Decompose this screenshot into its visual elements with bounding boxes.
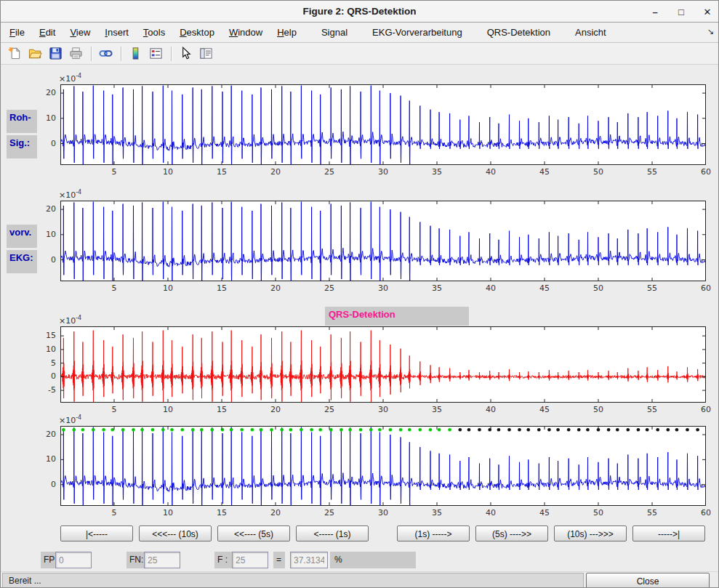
menu-insert[interactable]: Insert	[97, 24, 136, 41]
menu-overflow-icon[interactable]: ↘	[707, 27, 714, 36]
y-exponent-label: ×10-4	[59, 414, 81, 425]
missed-beat-marker	[527, 428, 531, 432]
x-tick-label: 15	[209, 167, 234, 177]
fp-field[interactable]	[55, 552, 92, 568]
detected-beat-marker	[359, 428, 363, 432]
y-tick-label: 10	[33, 113, 56, 123]
x-tick-label: 35	[425, 283, 449, 293]
detected-beat-marker	[132, 428, 135, 432]
detected-beat-marker	[73, 428, 76, 432]
detected-beat-marker	[289, 428, 293, 432]
menu-tools[interactable]: Tools	[136, 24, 172, 41]
x-tick-label: 25	[317, 283, 342, 293]
plot-browser-icon[interactable]	[196, 45, 215, 63]
x-tick-label: 30	[371, 283, 395, 293]
detected-beat-marker	[399, 428, 403, 432]
missed-beat-marker	[616, 428, 619, 432]
x-tick-label: 10	[156, 283, 180, 293]
detected-beat-marker	[260, 428, 263, 432]
menu-qrs-detektion[interactable]: QRS-Detektion	[480, 24, 558, 41]
missed-beat-marker	[556, 428, 560, 432]
nav-back-10s-button[interactable]: <<<--- (10s)	[139, 525, 212, 541]
y-tick-label: 0	[33, 139, 56, 148]
x-tick-label: 35	[425, 405, 449, 414]
menu-view[interactable]: View	[63, 24, 97, 41]
plot-canvas-vorverarbeitetes-ekg	[60, 201, 706, 281]
y-tick-label: 20	[33, 430, 56, 439]
detected-beat-marker	[200, 428, 204, 432]
plot-canvas-qrs-detektion	[60, 326, 706, 403]
menu-ekg-vorverarbeitung[interactable]: EKG-Vorverarbeitung	[365, 24, 470, 41]
detected-beat-marker	[389, 428, 393, 432]
missed-beat-marker	[467, 428, 471, 432]
menu-help[interactable]: Help	[270, 24, 304, 41]
detected-beat-marker	[318, 428, 322, 432]
detected-beat-marker	[408, 428, 411, 432]
x-tick-label: 60	[694, 405, 718, 414]
detected-beat-marker	[81, 428, 85, 432]
nav-start-button[interactable]: |<-----	[60, 525, 133, 541]
close-window-button[interactable]: ✕	[702, 7, 712, 17]
x-tick-label: 40	[478, 283, 503, 293]
menu-desktop[interactable]: Desktop	[172, 24, 222, 41]
missed-beat-marker	[518, 428, 521, 432]
open-folder-icon[interactable]	[25, 45, 44, 63]
missed-beat-marker	[547, 428, 551, 432]
status-text: Bereit ...	[9, 576, 41, 586]
nav-back-5s-button[interactable]: <<---- (5s)	[217, 525, 290, 541]
edit-plot-cursor-icon[interactable]	[176, 45, 195, 63]
minimize-button[interactable]: –	[650, 7, 660, 17]
f-percent-field[interactable]	[290, 552, 328, 568]
missed-beat-marker	[497, 428, 501, 432]
detected-beat-marker	[140, 428, 144, 432]
detected-beat-marker	[121, 428, 125, 432]
x-tick-label: 40	[478, 508, 503, 517]
colorbar-icon[interactable]	[126, 45, 145, 63]
x-tick-label: 55	[640, 405, 664, 414]
x-tick-label: 30	[371, 405, 395, 414]
detected-beat-marker	[300, 428, 303, 432]
f-field[interactable]	[232, 552, 268, 568]
fn-field[interactable]	[144, 552, 180, 568]
status-panel: Bereit ...	[2, 573, 584, 588]
missed-beat-marker	[627, 428, 630, 432]
x-tick-label: 25	[317, 405, 342, 414]
menu-signal[interactable]: Signal	[314, 24, 355, 41]
menu-window[interactable]: Window	[222, 24, 270, 41]
menubar: FileEditViewInsertToolsDesktopWindowHelp…	[1, 23, 718, 43]
detected-beat-marker	[270, 428, 273, 432]
print-icon[interactable]	[66, 45, 85, 63]
x-tick-label: 35	[425, 508, 449, 517]
detected-beat-marker	[340, 428, 343, 432]
x-tick-label: 45	[532, 283, 557, 293]
missed-beat-marker	[607, 428, 611, 432]
menu-file[interactable]: File	[2, 24, 32, 41]
x-tick-label: 15	[209, 405, 234, 414]
y-tick-label: 20	[33, 204, 56, 214]
menu-edit[interactable]: Edit	[32, 24, 63, 41]
nav-back-1s-button[interactable]: <----- (1s)	[296, 525, 369, 541]
detected-beat-marker	[369, 428, 373, 432]
close-button[interactable]: Close	[586, 573, 710, 588]
x-tick-label: 5	[102, 508, 126, 517]
nav-fwd-1s-button[interactable]: (1s) ----->	[397, 525, 470, 541]
y-exponent-label: ×10-4	[59, 189, 81, 200]
nav-end-button[interactable]: ----->|	[632, 525, 705, 541]
legend-icon[interactable]	[146, 45, 165, 63]
window-controls: – □ ✕	[650, 1, 712, 23]
maximize-button[interactable]: □	[676, 7, 686, 17]
nav-fwd-10s-button[interactable]: (10s) --->>>	[554, 525, 627, 541]
link-plot-icon[interactable]	[96, 45, 115, 63]
missed-beat-marker	[675, 428, 679, 432]
x-tick-label: 10	[156, 405, 180, 414]
new-document-icon[interactable]	[5, 45, 24, 63]
plot-canvas-detektion-marker	[60, 426, 706, 506]
nav-fwd-5s-button[interactable]: (5s) ---->>	[475, 525, 548, 541]
menu-ansicht[interactable]: Ansicht	[568, 24, 614, 41]
detected-beat-marker	[161, 428, 165, 432]
y-exponent-label: ×10-4	[59, 73, 81, 84]
missed-beat-marker	[507, 428, 511, 432]
detected-beat-marker	[230, 428, 233, 432]
x-tick-label: 10	[156, 508, 180, 517]
save-icon[interactable]	[46, 45, 65, 63]
